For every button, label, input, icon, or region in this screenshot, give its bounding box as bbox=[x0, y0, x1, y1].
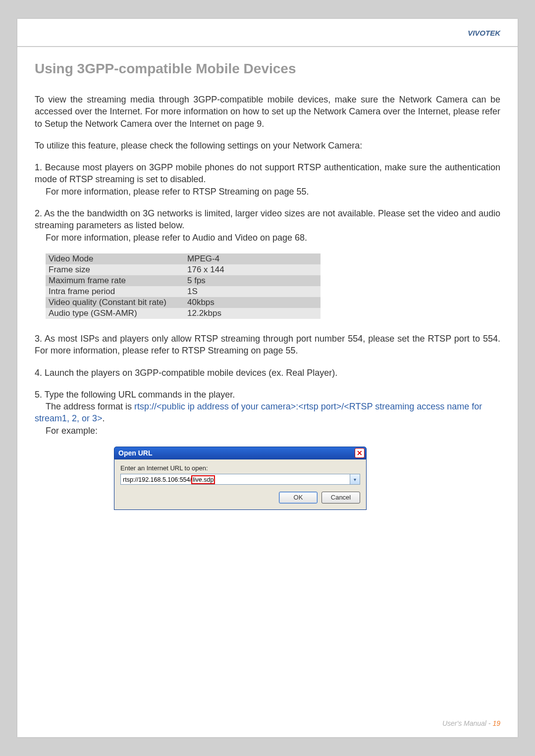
step-1-text-a: 1. Because most players on 3GPP mobile p… bbox=[35, 162, 500, 184]
url-input-row: rtsp://192.168.5.106:554/live.sdp ▾ bbox=[120, 474, 360, 485]
page-number: 19 bbox=[492, 719, 500, 727]
dropdown-button[interactable]: ▾ bbox=[350, 474, 360, 485]
page-footer: User's Manual - 19 bbox=[442, 719, 500, 727]
dialog-button-row: OK Cancel bbox=[120, 492, 360, 504]
table-row: Frame size 176 x 144 bbox=[46, 264, 321, 275]
step-2: 2. As the the bandwidth on 3G networks i… bbox=[35, 207, 500, 244]
settings-table: Video Mode MPEG-4 Frame size 176 x 144 M… bbox=[46, 253, 321, 319]
step-4: 4. Launch the players on 3GPP-compatible… bbox=[35, 367, 500, 379]
open-url-dialog: Open URL ✕ Enter an Internet URL to open… bbox=[114, 447, 367, 510]
close-icon[interactable]: ✕ bbox=[355, 448, 365, 458]
url-highlight-text: live.sdp bbox=[193, 476, 214, 483]
setting-value: 1S bbox=[184, 286, 321, 297]
setting-label: Intra frame period bbox=[46, 286, 184, 297]
setting-label: Frame size bbox=[46, 264, 184, 275]
step-1: 1. Because most players on 3GPP mobile p… bbox=[35, 161, 500, 198]
setting-label: Maximum frame rate bbox=[46, 275, 184, 286]
dialog-body: Enter an Internet URL to open: rtsp://19… bbox=[114, 459, 367, 510]
dialog-title: Open URL bbox=[118, 449, 152, 457]
table-row: Intra frame period 1S bbox=[46, 286, 321, 297]
step-5-text-b-pre: The address format is bbox=[35, 402, 134, 411]
step-5-text-c: For example: bbox=[35, 425, 98, 437]
url-input[interactable]: rtsp://192.168.5.106:554/live.sdp bbox=[120, 474, 350, 485]
table-row: Maximum frame rate 5 fps bbox=[46, 275, 321, 286]
header-divider bbox=[17, 46, 518, 47]
document-page: VIVOTEK Using 3GPP-compatible Mobile Dev… bbox=[17, 19, 518, 737]
step-2-text-a: 2. As the the bandwidth on 3G networks i… bbox=[35, 208, 500, 230]
dialog-titlebar[interactable]: Open URL ✕ bbox=[114, 447, 367, 459]
url-prefix-text: rtsp://192.168.5.106:554/ bbox=[123, 476, 192, 483]
setting-label: Video Mode bbox=[46, 253, 184, 264]
setting-value: MPEG-4 bbox=[184, 253, 321, 264]
step-1-text-b: For more information, please refer to RT… bbox=[35, 186, 309, 198]
setting-label: Audio type (GSM-AMR) bbox=[46, 308, 184, 319]
step-5-text-a: 5. Type the following URL commands in th… bbox=[35, 390, 235, 400]
ok-button[interactable]: OK bbox=[279, 492, 318, 504]
setting-value: 176 x 144 bbox=[184, 264, 321, 275]
lead-paragraph: To utilize this feature, please check th… bbox=[35, 140, 500, 151]
chevron-down-icon: ▾ bbox=[354, 477, 356, 482]
table-row: Video Mode MPEG-4 bbox=[46, 253, 321, 264]
intro-paragraph: To view the streaming media through 3GPP… bbox=[35, 94, 500, 130]
section-heading: Using 3GPP-compatible Mobile Devices bbox=[35, 61, 500, 77]
url-highlight-box: live.sdp bbox=[191, 475, 215, 484]
url-input-label: Enter an Internet URL to open: bbox=[120, 464, 360, 472]
table-row: Audio type (GSM-AMR) 12.2kbps bbox=[46, 308, 321, 319]
brand-name: VIVOTEK bbox=[468, 29, 500, 37]
setting-value: 40kbps bbox=[184, 297, 321, 308]
step-3: 3. As most ISPs and players only allow R… bbox=[35, 333, 500, 357]
setting-label: Video quality (Constant bit rate) bbox=[46, 297, 184, 308]
page-content: Using 3GPP-compatible Mobile Devices To … bbox=[35, 61, 500, 510]
step-5-text-b-post: . bbox=[103, 413, 105, 423]
cancel-button[interactable]: Cancel bbox=[321, 492, 360, 504]
footer-label: User's Manual - bbox=[442, 719, 492, 727]
setting-value: 5 fps bbox=[184, 275, 321, 286]
step-5: 5. Type the following URL commands in th… bbox=[35, 389, 500, 437]
step-2-text-b: For more information, please refer to Au… bbox=[35, 232, 307, 244]
table-row: Video quality (Constant bit rate) 40kbps bbox=[46, 297, 321, 308]
setting-value: 12.2kbps bbox=[184, 308, 321, 319]
